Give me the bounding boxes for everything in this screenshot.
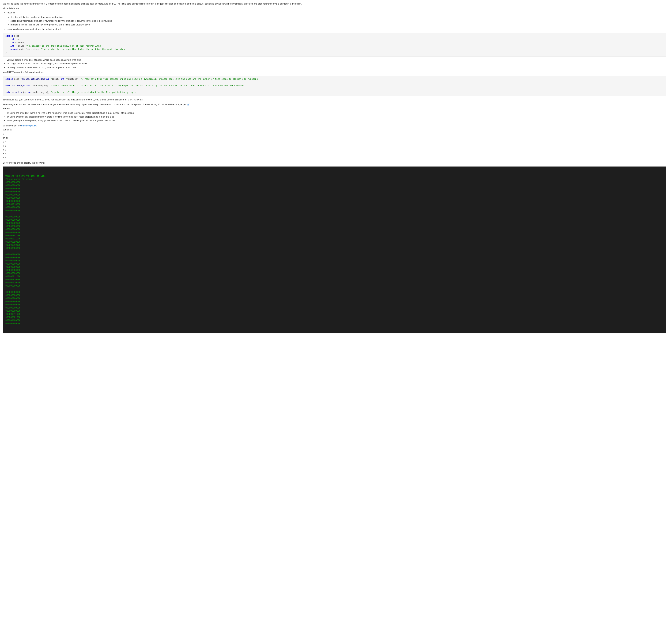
at-link[interactable]: @7 bbox=[187, 103, 190, 106]
output-content: Welcome to Connor's game of Life Please … bbox=[5, 174, 664, 325]
note1-text: You should use your code from project 2.… bbox=[3, 98, 666, 101]
notes-list: by using the linked list there is no lim… bbox=[7, 111, 666, 122]
example-label: Example input file bbox=[3, 124, 21, 127]
bullet-b1: you will create a linked list of nodes w… bbox=[7, 58, 666, 62]
output-label: So your code should display the followin… bbox=[3, 161, 666, 165]
notes-label: Notes: bbox=[3, 107, 666, 110]
output-block: Welcome to Connor's game of Life Please … bbox=[3, 166, 666, 333]
note-item-2: by using dynamically allocated memory th… bbox=[7, 115, 666, 118]
input-file-subbullets: first line will list the number of time … bbox=[11, 15, 666, 27]
secondary-bullets: you will create a linked list of nodes w… bbox=[7, 58, 666, 69]
input-data-block: 3 10 12 7 7 7 8 7 9 8 7 9 8 bbox=[3, 132, 666, 159]
functions-code-block: struct node *createInitialNode(FILE *inp… bbox=[3, 76, 666, 96]
struct-code-block: struct node { int rows; int columns; int… bbox=[3, 33, 666, 56]
main-bullets: input file first line will list the numb… bbox=[7, 11, 666, 31]
intro-paragraph1: We will be using the concepts from proje… bbox=[3, 2, 666, 5]
sub-bullet-1: first line will list the number of time … bbox=[11, 15, 666, 19]
dynamic-item: dynamically create nodes that use the fo… bbox=[7, 27, 666, 31]
sub-bullet-2: second line will include number of rows … bbox=[11, 19, 666, 23]
note-item-1: by using the linked list there is no lim… bbox=[7, 111, 666, 115]
input-file-item: input file first line will list the numb… bbox=[7, 11, 666, 26]
page-container: We will be using the concepts from proje… bbox=[3, 2, 666, 333]
example-link[interactable]: sampleinput.txt bbox=[21, 124, 37, 127]
intro-paragraph2: More details are: bbox=[3, 6, 666, 10]
input-data-content: 3 10 12 7 7 7 8 7 9 8 7 9 8 bbox=[3, 132, 666, 159]
must-create-label: You MUST create the following functions bbox=[3, 70, 666, 74]
note-item-3: when grading the style points, if any []… bbox=[7, 119, 666, 122]
bullet-b2: the begin pointer should point to the in… bbox=[7, 62, 666, 66]
contains-label: contains: bbox=[3, 128, 666, 131]
bullet-b3: no array notation is to be used, so no [… bbox=[7, 66, 666, 69]
example-label-text: Example input file sampleinput.txt bbox=[3, 124, 666, 127]
note2-main: The autograder will test the three funct… bbox=[3, 103, 187, 106]
sub-bullet-3: remaining lines in the file will have th… bbox=[11, 23, 666, 27]
note2-text: The autograder will test the three funct… bbox=[3, 103, 666, 106]
input-file-label: input file bbox=[7, 11, 15, 14]
